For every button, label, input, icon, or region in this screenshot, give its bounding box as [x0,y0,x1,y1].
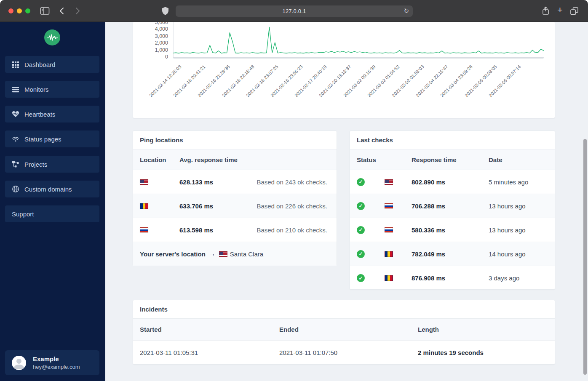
new-tab-button[interactable] [557,5,563,15]
sidebar-item-label: Support [12,210,34,218]
col-location: Location [140,156,179,163]
sidebar-toggle-icon [40,6,50,16]
sidebar-item-heartbeats[interactable]: Heartbeats [5,106,99,123]
grid-icon [12,61,19,68]
ro-flag-icon [385,251,393,257]
browser-toolbar: 127.0.0.1 [0,0,588,22]
user-email: hey@example.com [33,364,80,370]
sidebar-item-label: Heartbeats [24,111,55,118]
zoom-window-button[interactable] [25,8,30,13]
response-time-value: 802.890 ms [412,179,489,186]
globe-icon [12,185,19,193]
app-logo[interactable] [44,29,60,45]
y-tick-label: 3,000 [143,34,168,39]
pulse-logo-icon [46,31,59,44]
status-ok-icon [357,226,365,234]
last-checks-header: Status Response time Date [350,149,555,170]
check-row: 802.890 ms 5 minutes ago [350,170,555,194]
checks-note: Based on 243 ok checks. [257,179,327,186]
server-location-footer: Your server's location → Santa Clara [133,242,337,266]
check-date: 14 hours ago [489,250,555,258]
incident-row: 2021-03-11 01:05:31 2021-03-11 01:07:50 … [133,341,555,365]
check-row: 706.288 ms 13 hours ago [350,194,555,218]
reload-button[interactable] [404,7,409,15]
ping-locations-title: Ping locations [140,136,183,144]
sidebar-toggle-button[interactable] [40,6,50,17]
ru-flag-icon [385,203,393,209]
col-ended: Ended [279,326,418,333]
response-time-value: 706.288 ms [412,202,489,210]
avg-response-value: 613.598 ms [179,226,257,234]
forward-button[interactable] [74,6,81,17]
sidebar-item-monitors[interactable]: Monitors [5,81,99,98]
check-row: 782.049 ms 14 hours ago [350,242,555,266]
check-date: 13 hours ago [489,202,555,210]
incident-length: 2 minutes 19 seconds [418,349,555,356]
response-time-value: 782.049 ms [412,250,489,258]
sidebar-item-label: Custom domains [24,186,72,193]
avg-response-value: 633.706 ms [179,202,257,210]
tabs-icon [569,6,579,16]
y-tick-label: 2,000 [143,40,168,46]
status-ok-icon [357,202,365,210]
avg-response-value: 628.133 ms [179,179,257,186]
tab-overview-button[interactable] [569,6,579,17]
col-date: Date [489,156,555,163]
y-tick-label: 1,000 [143,48,168,53]
ru-flag-icon [140,227,148,233]
status-ok-icon [357,250,365,258]
response-time-chart-card: 5,0004,0003,0002,0001,0000 2021-02-14 12… [133,22,555,118]
status-ok-icon [357,274,365,282]
monitors-list-icon [12,85,19,93]
user-account-panel[interactable]: Example hey@example.com [5,350,99,375]
vertical-scrollbar[interactable] [583,139,587,375]
back-button[interactable] [58,6,66,17]
us-flag-icon [219,251,227,257]
us-flag-icon [140,179,148,185]
sidebar-item-status-pages[interactable]: Status pages [5,131,99,147]
main-content: 5,0004,0003,0002,0001,0000 2021-02-14 12… [105,22,588,381]
ping-row: 633.706 ms Based on 226 ok checks. [133,194,337,218]
incidents-title: Incidents [140,306,168,313]
close-window-button[interactable] [8,8,13,13]
server-location-label: Your server's location [140,250,206,258]
server-city: Santa Clara [230,250,263,258]
sidebar-item-support[interactable]: Support [5,205,99,222]
address-bar[interactable]: 127.0.0.1 [176,5,413,17]
checks-note: Based on 210 ok checks. [257,226,327,234]
wifi-icon [12,135,19,143]
check-row: 876.908 ms 3 days ago [350,266,555,290]
sidebar-item-label: Monitors [24,86,49,93]
ro-flag-icon [385,275,393,281]
response-time-value: 580.336 ms [412,226,489,234]
share-button[interactable] [541,6,550,17]
check-row: 580.336 ms 13 hours ago [350,218,555,242]
check-date: 3 days ago [489,274,555,282]
y-tick-label: 0 [143,54,168,60]
last-checks-card: Last checks Status Response time Date 80… [350,131,555,290]
check-date: 5 minutes ago [489,179,555,186]
last-checks-title: Last checks [357,136,393,144]
minimize-window-button[interactable] [17,8,22,13]
avatar [12,356,26,370]
forward-chevron-icon [74,6,81,16]
col-avg-response: Avg. response time [179,156,327,163]
heart-pulse-icon [12,110,19,118]
response-time-value: 876.908 ms [412,274,489,282]
sidebar-item-custom-domains[interactable]: Custom domains [5,181,99,197]
sidebar-item-dashboard[interactable]: Dashboard [5,56,99,73]
sidebar-item-projects[interactable]: Projects [5,156,99,173]
ping-locations-header: Location Avg. response time [133,149,337,170]
us-flag-icon [385,179,393,185]
col-response-time: Response time [412,156,489,163]
sidebar: Dashboard Monitors Heartbeats [0,22,105,381]
browser-window: 127.0.0.1 [0,0,588,381]
url-text: 127.0.0.1 [282,8,306,14]
ro-flag-icon [140,203,148,209]
incidents-card: Incidents Started Ended Length 2021-03-1… [133,300,555,365]
sidebar-item-label: Status pages [24,136,61,143]
check-date: 13 hours ago [489,226,555,234]
privacy-shield-icon [161,6,169,17]
col-length: Length [418,326,555,333]
incident-started: 2021-03-11 01:05:31 [140,349,279,356]
